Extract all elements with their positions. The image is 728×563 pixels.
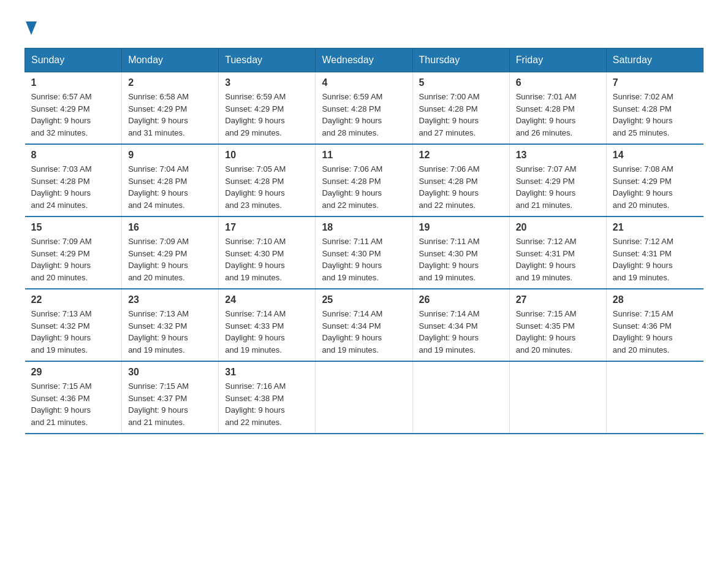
day-info: Sunrise: 7:10 AMSunset: 4:30 PMDaylight:… — [225, 236, 309, 283]
day-cell: 23Sunrise: 7:13 AMSunset: 4:32 PMDayligh… — [122, 289, 219, 361]
day-info: Sunrise: 7:06 AMSunset: 4:28 PMDaylight:… — [419, 163, 503, 211]
day-info: Sunrise: 7:14 AMSunset: 4:34 PMDaylight:… — [419, 308, 503, 356]
day-cell: 27Sunrise: 7:15 AMSunset: 4:35 PMDayligh… — [509, 289, 606, 361]
day-cell: 10Sunrise: 7:05 AMSunset: 4:28 PMDayligh… — [219, 144, 316, 216]
day-cell: 11Sunrise: 7:06 AMSunset: 4:28 PMDayligh… — [316, 144, 412, 216]
header-row: SundayMondayTuesdayWednesdayThursdayFrid… — [25, 48, 703, 72]
calendar-body: 1Sunrise: 6:57 AMSunset: 4:29 PMDaylight… — [25, 72, 703, 434]
day-info: Sunrise: 7:13 AMSunset: 4:32 PMDaylight:… — [31, 308, 116, 356]
day-cell: 13Sunrise: 7:07 AMSunset: 4:29 PMDayligh… — [509, 144, 606, 216]
day-cell: 4Sunrise: 6:59 AMSunset: 4:28 PMDaylight… — [316, 72, 412, 145]
day-info: Sunrise: 7:12 AMSunset: 4:31 PMDaylight:… — [516, 236, 600, 283]
day-number: 4 — [322, 77, 406, 88]
day-cell: 1Sunrise: 6:57 AMSunset: 4:29 PMDaylight… — [25, 72, 122, 145]
week-row-5: 29Sunrise: 7:15 AMSunset: 4:36 PMDayligh… — [25, 361, 703, 434]
day-cell: 9Sunrise: 7:04 AMSunset: 4:28 PMDaylight… — [122, 144, 219, 216]
day-number: 28 — [613, 294, 697, 305]
day-info: Sunrise: 7:03 AMSunset: 4:28 PMDaylight:… — [31, 163, 116, 211]
day-number: 9 — [128, 150, 212, 161]
day-cell: 5Sunrise: 7:00 AMSunset: 4:28 PMDaylight… — [412, 72, 509, 145]
day-cell: 26Sunrise: 7:14 AMSunset: 4:34 PMDayligh… — [412, 289, 509, 361]
day-number: 29 — [31, 367, 116, 378]
svg-marker-0 — [26, 21, 37, 35]
day-cell: 31Sunrise: 7:16 AMSunset: 4:38 PMDayligh… — [219, 361, 316, 434]
week-row-3: 15Sunrise: 7:09 AMSunset: 4:29 PMDayligh… — [25, 216, 703, 289]
day-number: 22 — [31, 294, 116, 305]
day-cell: 29Sunrise: 7:15 AMSunset: 4:36 PMDayligh… — [25, 361, 122, 434]
day-number: 15 — [31, 222, 116, 233]
day-cell: 19Sunrise: 7:11 AMSunset: 4:30 PMDayligh… — [412, 216, 509, 289]
calendar-table: SundayMondayTuesdayWednesdayThursdayFrid… — [25, 48, 703, 434]
day-cell — [606, 361, 703, 434]
logo — [25, 18, 37, 36]
day-number: 13 — [516, 150, 600, 161]
week-row-1: 1Sunrise: 6:57 AMSunset: 4:29 PMDaylight… — [25, 72, 703, 145]
day-info: Sunrise: 7:15 AMSunset: 4:35 PMDaylight:… — [516, 308, 600, 356]
week-row-4: 22Sunrise: 7:13 AMSunset: 4:32 PMDayligh… — [25, 289, 703, 361]
day-cell: 8Sunrise: 7:03 AMSunset: 4:28 PMDaylight… — [25, 144, 122, 216]
week-row-2: 8Sunrise: 7:03 AMSunset: 4:28 PMDaylight… — [25, 144, 703, 216]
day-cell: 16Sunrise: 7:09 AMSunset: 4:29 PMDayligh… — [122, 216, 219, 289]
day-cell: 7Sunrise: 7:02 AMSunset: 4:28 PMDaylight… — [606, 72, 703, 145]
day-number: 14 — [613, 150, 697, 161]
day-info: Sunrise: 7:07 AMSunset: 4:29 PMDaylight:… — [516, 163, 600, 211]
day-info: Sunrise: 7:16 AMSunset: 4:38 PMDaylight:… — [225, 380, 309, 428]
day-number: 11 — [322, 150, 406, 161]
day-number: 10 — [225, 150, 309, 161]
header-tuesday: Tuesday — [219, 48, 316, 72]
day-cell: 24Sunrise: 7:14 AMSunset: 4:33 PMDayligh… — [219, 289, 316, 361]
day-number: 31 — [225, 367, 309, 378]
day-number: 2 — [128, 77, 212, 88]
day-cell: 12Sunrise: 7:06 AMSunset: 4:28 PMDayligh… — [412, 144, 509, 216]
day-number: 12 — [419, 150, 503, 161]
day-cell: 2Sunrise: 6:58 AMSunset: 4:29 PMDaylight… — [122, 72, 219, 145]
day-info: Sunrise: 7:14 AMSunset: 4:34 PMDaylight:… — [322, 308, 406, 356]
day-cell: 28Sunrise: 7:15 AMSunset: 4:36 PMDayligh… — [606, 289, 703, 361]
header-monday: Monday — [122, 48, 219, 72]
day-number: 16 — [128, 222, 212, 233]
day-cell: 21Sunrise: 7:12 AMSunset: 4:31 PMDayligh… — [606, 216, 703, 289]
day-number: 24 — [225, 294, 309, 305]
day-cell: 30Sunrise: 7:15 AMSunset: 4:37 PMDayligh… — [122, 361, 219, 434]
day-info: Sunrise: 7:04 AMSunset: 4:28 PMDaylight:… — [128, 163, 212, 211]
day-info: Sunrise: 7:12 AMSunset: 4:31 PMDaylight:… — [613, 236, 697, 283]
day-info: Sunrise: 7:14 AMSunset: 4:33 PMDaylight:… — [225, 308, 309, 356]
day-info: Sunrise: 6:58 AMSunset: 4:29 PMDaylight:… — [128, 91, 212, 139]
day-cell: 15Sunrise: 7:09 AMSunset: 4:29 PMDayligh… — [25, 216, 122, 289]
day-cell: 25Sunrise: 7:14 AMSunset: 4:34 PMDayligh… — [316, 289, 412, 361]
header-wednesday: Wednesday — [316, 48, 412, 72]
day-info: Sunrise: 7:15 AMSunset: 4:36 PMDaylight:… — [613, 308, 697, 356]
day-number: 5 — [419, 77, 503, 88]
day-info: Sunrise: 7:02 AMSunset: 4:28 PMDaylight:… — [613, 91, 697, 139]
day-cell — [412, 361, 509, 434]
day-info: Sunrise: 7:06 AMSunset: 4:28 PMDaylight:… — [322, 163, 406, 211]
day-cell: 22Sunrise: 7:13 AMSunset: 4:32 PMDayligh… — [25, 289, 122, 361]
header-thursday: Thursday — [412, 48, 509, 72]
day-number: 3 — [225, 77, 309, 88]
logo-triangle-icon — [26, 21, 37, 35]
day-info: Sunrise: 7:15 AMSunset: 4:37 PMDaylight:… — [128, 380, 212, 428]
day-info: Sunrise: 6:59 AMSunset: 4:29 PMDaylight:… — [225, 91, 309, 139]
day-info: Sunrise: 7:09 AMSunset: 4:29 PMDaylight:… — [128, 236, 212, 283]
day-number: 19 — [419, 222, 503, 233]
day-info: Sunrise: 7:13 AMSunset: 4:32 PMDaylight:… — [128, 308, 212, 356]
calendar-header: SundayMondayTuesdayWednesdayThursdayFrid… — [25, 48, 703, 72]
day-info: Sunrise: 7:11 AMSunset: 4:30 PMDaylight:… — [322, 236, 406, 283]
day-info: Sunrise: 7:00 AMSunset: 4:28 PMDaylight:… — [419, 91, 503, 139]
day-number: 17 — [225, 222, 309, 233]
page-header — [25, 18, 703, 36]
header-saturday: Saturday — [606, 48, 703, 72]
day-cell: 6Sunrise: 7:01 AMSunset: 4:28 PMDaylight… — [509, 72, 606, 145]
day-cell: 3Sunrise: 6:59 AMSunset: 4:29 PMDaylight… — [219, 72, 316, 145]
day-info: Sunrise: 7:01 AMSunset: 4:28 PMDaylight:… — [516, 91, 600, 139]
day-cell: 17Sunrise: 7:10 AMSunset: 4:30 PMDayligh… — [219, 216, 316, 289]
day-cell — [509, 361, 606, 434]
day-number: 26 — [419, 294, 503, 305]
day-number: 7 — [613, 77, 697, 88]
header-sunday: Sunday — [25, 48, 122, 72]
day-info: Sunrise: 6:57 AMSunset: 4:29 PMDaylight:… — [31, 91, 116, 139]
day-cell: 18Sunrise: 7:11 AMSunset: 4:30 PMDayligh… — [316, 216, 412, 289]
day-cell — [316, 361, 412, 434]
day-number: 21 — [613, 222, 697, 233]
day-number: 23 — [128, 294, 212, 305]
